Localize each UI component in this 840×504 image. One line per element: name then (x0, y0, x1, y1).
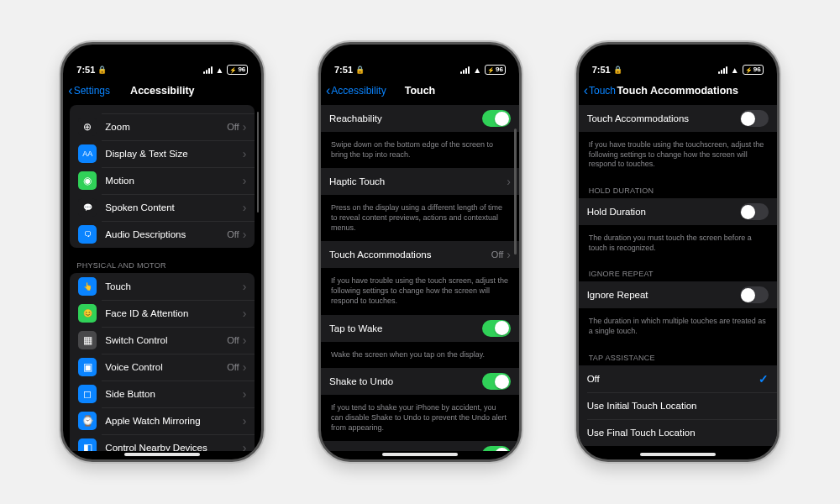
settings-row[interactable]: Tap to Wake (321, 315, 519, 342)
back-button[interactable]: ‹ Accessibility (326, 84, 386, 97)
content: Touch Accommodations If you have trouble… (579, 105, 777, 451)
phone-accessibility: 7:51🔒 ▲ ⚡96 ‹ Settings Accessibility ⊕Zo… (60, 42, 264, 462)
section-header-tap: TAP ASSISTANCE (579, 345, 777, 365)
chevron-right-icon: › (243, 120, 247, 134)
row-value: Off (227, 362, 239, 372)
chevron-left-icon: ‹ (68, 84, 72, 97)
footer-text: The duration in which multiple touches a… (579, 313, 777, 344)
switch[interactable] (482, 373, 511, 390)
settings-row[interactable]: 👆Touch› (70, 273, 255, 300)
chevron-right-icon: › (243, 147, 247, 160)
settings-row[interactable]: ◧Control Nearby Devices› (70, 434, 255, 451)
notch (116, 45, 208, 65)
switch[interactable] (482, 446, 511, 451)
home-indicator[interactable] (640, 453, 716, 456)
settings-row[interactable]: Touch AccommodationsOff› (321, 241, 519, 268)
main-toggle-group: Touch Accommodations (579, 105, 777, 132)
switch[interactable] (482, 110, 511, 127)
row-icon: ⊕ (78, 118, 97, 136)
row-touch-accommodations[interactable]: Touch Accommodations (579, 105, 777, 132)
settings-row[interactable]: ⌚Apple Watch Mirroring› (70, 407, 255, 434)
back-button[interactable]: ‹ Touch (584, 84, 616, 97)
option-row[interactable]: Use Final Touch Location (579, 419, 777, 446)
home-indicator[interactable] (382, 453, 458, 456)
battery-icon: ⚡96 (743, 65, 764, 75)
setting-group: Haptic Touch› (321, 168, 519, 195)
lock-icon: 🔒 (613, 66, 622, 74)
settings-row[interactable]: ▦Switch ControlOff› (70, 327, 255, 354)
settings-row[interactable] (70, 105, 255, 113)
row-label: Ignore Repeat (587, 290, 740, 300)
settings-row[interactable]: 💬Spoken Content› (70, 194, 255, 221)
row-icon: ◻ (78, 385, 97, 403)
row-hold-duration[interactable]: Hold Duration (579, 198, 777, 225)
settings-row[interactable]: ◉Motion› (70, 167, 255, 194)
chevron-left-icon: ‹ (326, 84, 330, 97)
row-label: Off (587, 374, 759, 384)
wifi-icon: ▲ (216, 66, 224, 75)
row-label: Motion (105, 176, 242, 186)
settings-row[interactable]: 😊Face ID & Attention› (70, 300, 255, 327)
row-label: Switch Control (105, 335, 227, 345)
settings-row[interactable]: Shake to Undo (321, 368, 519, 395)
content: ReachabilitySwipe down on the bottom edg… (321, 105, 519, 451)
nav-bar: ‹ Settings Accessibility (63, 76, 261, 105)
row-icon: ◧ (78, 438, 97, 451)
row-value: Off (227, 335, 239, 345)
option-row[interactable]: Off✓ (579, 365, 777, 392)
back-button[interactable]: ‹ Settings (68, 84, 110, 97)
settings-row[interactable]: Vibration (321, 441, 519, 451)
switch[interactable] (740, 286, 769, 303)
home-indicator[interactable] (124, 453, 200, 456)
cellular-icon (718, 66, 727, 74)
row-value: Off (227, 229, 239, 239)
switch[interactable] (482, 320, 511, 337)
setting-group: Shake to Undo (321, 368, 519, 395)
back-label: Settings (74, 85, 110, 97)
chevron-right-icon: › (243, 333, 247, 347)
footer-text: Wake the screen when you tap on the disp… (321, 347, 519, 369)
row-label: Tap to Wake (329, 323, 482, 333)
setting-group: Vibration (321, 441, 519, 451)
row-label: Control Nearby Devices (105, 443, 242, 451)
row-icon: ⌚ (78, 412, 97, 430)
setting-group: Touch AccommodationsOff› (321, 241, 519, 268)
chevron-right-icon: › (507, 248, 511, 261)
row-label: Touch (105, 281, 242, 291)
switch[interactable] (740, 110, 769, 127)
option-row[interactable]: Use Initial Touch Location (579, 392, 777, 419)
settings-row[interactable]: AADisplay & Text Size› (70, 140, 255, 167)
physical-motor-group: 👆Touch›😊Face ID & Attention›▦Switch Cont… (70, 273, 255, 451)
settings-row[interactable]: Haptic Touch› (321, 168, 519, 195)
settings-row[interactable]: Reachability (321, 105, 519, 132)
row-value: Off (227, 122, 239, 132)
status-time: 7:51 (334, 65, 353, 75)
settings-row[interactable]: ▣Voice ControlOff› (70, 354, 255, 381)
footer-text: If you have trouble using the touch scre… (321, 273, 519, 314)
row-label: Hold Duration (587, 207, 740, 217)
row-ignore-repeat[interactable]: Ignore Repeat (579, 281, 777, 308)
lock-icon: 🔒 (97, 66, 107, 74)
section-header-hold: HOLD DURATION (579, 178, 777, 198)
chevron-right-icon: › (243, 387, 247, 401)
chevron-right-icon: › (243, 307, 247, 320)
row-icon: AA (78, 144, 97, 163)
checkmark-icon: ✓ (759, 372, 769, 386)
row-label: Apple Watch Mirroring (105, 416, 242, 426)
battery-icon: ⚡96 (485, 65, 506, 75)
vision-group: ⊕ZoomOff›AADisplay & Text Size›◉Motion›💬… (70, 105, 255, 248)
row-label: Side Button (105, 389, 242, 399)
row-label: Voice Control (105, 362, 227, 372)
settings-row[interactable]: ◻Side Button› (70, 381, 255, 407)
settings-row[interactable]: ⊕ZoomOff› (70, 113, 255, 140)
switch[interactable] (740, 203, 769, 220)
notch (632, 45, 724, 65)
row-label: Reachability (329, 113, 482, 123)
status-time: 7:51 (592, 65, 611, 75)
settings-row[interactable]: 🗨Audio DescriptionsOff› (70, 221, 255, 248)
nav-bar: ‹ Touch Touch Accommodations (579, 76, 777, 105)
footer-text: If you tend to shake your iPhone by acci… (321, 400, 519, 441)
tap-assistance-group: Off✓Use Initial Touch LocationUse Final … (579, 365, 777, 446)
section-header-physical: PHYSICAL AND MOTOR (63, 253, 261, 273)
scroll-indicator[interactable] (257, 112, 260, 213)
